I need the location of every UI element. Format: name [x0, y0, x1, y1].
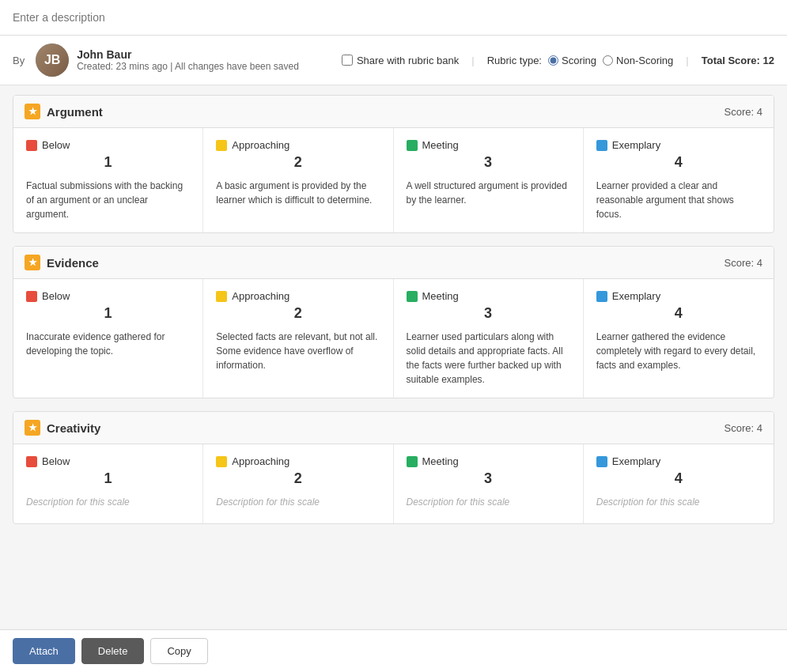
section-header-evidence: ★EvidenceScore: 4 — [13, 247, 774, 279]
main-content: ★ArgumentScore: 4Below1Factual submissio… — [0, 85, 787, 534]
rubric-section-creativity: ★CreativityScore: 4Below1Description for… — [13, 411, 774, 524]
scale-label-evidence-2: Meeting — [407, 290, 570, 302]
section-title-evidence: ★Evidence — [25, 255, 99, 270]
scale-description-evidence-2: Learner used particulars along with soli… — [407, 330, 570, 387]
scale-label-text-evidence-3: Exemplary — [612, 290, 660, 302]
scale-label-text-argument-3: Exemplary — [612, 139, 660, 151]
scale-description-evidence-1: Selected facts are relevant, but not all… — [216, 330, 380, 372]
scale-cell-evidence-2: Meeting3Learner used particulars along w… — [394, 279, 584, 398]
color-dot-argument-0 — [26, 140, 37, 151]
color-dot-creativity-3 — [596, 456, 607, 467]
scale-description-argument-1: A basic argument is provided by the lear… — [216, 179, 380, 207]
non-scoring-radio[interactable] — [603, 55, 613, 66]
separator-2: | — [686, 55, 688, 66]
scale-label-argument-3: Exemplary — [596, 139, 761, 151]
scale-label-text-evidence-1: Approaching — [232, 290, 289, 302]
section-title-creativity: ★Creativity — [25, 420, 100, 436]
total-score-value: 12 — [763, 55, 774, 66]
copy-button[interactable]: Copy — [150, 638, 207, 664]
share-checkbox[interactable] — [342, 55, 353, 66]
score-badge-argument: Score: 4 — [725, 106, 762, 118]
rubric-type-label: Rubric type: — [487, 55, 542, 66]
scale-cell-argument-1: Approaching2A basic argument is provided… — [203, 128, 393, 232]
scale-label-creativity-3: Exemplary — [596, 455, 761, 467]
scale-grid-creativity: Below1Description for this scaleApproach… — [13, 444, 774, 523]
description-input[interactable] — [13, 8, 774, 27]
scale-label-text-creativity-3: Exemplary — [612, 455, 660, 467]
author-bar: By JB John Baur Created: 23 mins ago | A… — [0, 36, 787, 85]
scale-cell-argument-0: Below1Factual submissions with the backi… — [13, 128, 203, 232]
rubric-controls: Share with rubric bank | Rubric type: Sc… — [342, 55, 774, 66]
scale-description-evidence-0: Inaccurate evidence gathered for develop… — [26, 330, 190, 358]
scale-cell-creativity-0: Below1Description for this scale — [13, 444, 203, 523]
footer-bar: Attach Delete Copy — [0, 629, 787, 672]
scale-cell-evidence-0: Below1Inaccurate evidence gathered for d… — [13, 279, 203, 398]
scale-number-evidence-3: 4 — [596, 305, 761, 322]
scale-label-creativity-0: Below — [26, 455, 190, 467]
non-scoring-radio-label[interactable]: Non-Scoring — [603, 55, 673, 66]
color-dot-creativity-2 — [407, 456, 418, 467]
scale-description-evidence-3: Learner gathered the evidence completely… — [596, 330, 761, 372]
scale-label-text-argument-1: Approaching — [232, 139, 289, 151]
share-with-rubric-bank[interactable]: Share with rubric bank — [342, 55, 459, 66]
scale-number-creativity-1: 2 — [216, 470, 380, 487]
scale-label-text-argument-2: Meeting — [422, 139, 459, 151]
scale-grid-argument: Below1Factual submissions with the backi… — [13, 128, 774, 232]
scoring-radio-label[interactable]: Scoring — [548, 55, 596, 66]
star-icon: ★ — [25, 104, 40, 119]
scale-label-text-creativity-2: Meeting — [422, 455, 459, 467]
rubric-section-evidence: ★EvidenceScore: 4Below1Inaccurate eviden… — [13, 246, 774, 398]
scale-label-creativity-2: Meeting — [407, 455, 570, 467]
scale-label-evidence-1: Approaching — [216, 290, 380, 302]
scale-label-evidence-3: Exemplary — [596, 290, 761, 302]
color-dot-argument-2 — [407, 140, 418, 151]
scale-number-creativity-0: 1 — [26, 470, 190, 487]
scoring-label: Scoring — [562, 55, 596, 66]
author-info: By JB John Baur Created: 23 mins ago | A… — [13, 43, 299, 77]
scale-description-creativity-0: Description for this scale — [26, 495, 190, 509]
delete-button[interactable]: Delete — [81, 638, 145, 664]
scale-description-creativity-3: Description for this scale — [596, 495, 761, 509]
section-header-creativity: ★CreativityScore: 4 — [13, 412, 774, 444]
attach-button[interactable]: Attach — [13, 638, 75, 664]
scale-number-argument-2: 3 — [407, 154, 570, 171]
scale-label-argument-1: Approaching — [216, 139, 380, 151]
scale-label-text-creativity-0: Below — [42, 455, 70, 467]
color-dot-argument-1 — [216, 140, 227, 151]
created-time: Created: 23 mins ago — [77, 61, 168, 72]
separator-1: | — [471, 55, 474, 66]
rubric-section-argument: ★ArgumentScore: 4Below1Factual submissio… — [13, 95, 774, 233]
color-dot-evidence-2 — [407, 291, 418, 302]
scale-label-argument-0: Below — [26, 139, 190, 151]
color-dot-evidence-3 — [596, 291, 607, 302]
color-dot-evidence-1 — [216, 291, 227, 302]
scale-description-creativity-2: Description for this scale — [407, 495, 570, 509]
scoring-radio[interactable] — [548, 55, 558, 66]
star-icon: ★ — [25, 420, 40, 436]
scale-description-creativity-1: Description for this scale — [216, 495, 380, 509]
color-dot-creativity-1 — [216, 456, 227, 467]
scale-number-argument-1: 2 — [216, 154, 380, 171]
author-name: John Baur — [77, 48, 299, 61]
section-header-argument: ★ArgumentScore: 4 — [13, 96, 774, 128]
scale-grid-evidence: Below1Inaccurate evidence gathered for d… — [13, 279, 774, 398]
color-dot-argument-3 — [596, 140, 607, 151]
scale-description-argument-3: Learner provided a clear and reasonable … — [596, 179, 761, 221]
scale-label-evidence-0: Below — [26, 290, 190, 302]
saved-status: All changes have been saved — [175, 61, 299, 72]
scale-number-creativity-2: 3 — [407, 470, 570, 487]
author-meta: Created: 23 mins ago | All changes have … — [77, 61, 299, 72]
avatar-image: JB — [36, 43, 69, 77]
non-scoring-label: Non-Scoring — [616, 55, 673, 66]
score-badge-creativity: Score: 4 — [725, 422, 762, 434]
description-bar — [0, 0, 787, 36]
scale-number-argument-0: 1 — [26, 154, 190, 171]
scale-description-argument-2: A well structured argument is provided b… — [407, 179, 570, 207]
scale-number-evidence-1: 2 — [216, 305, 380, 322]
scale-number-argument-3: 4 — [596, 154, 761, 171]
avatar: JB — [36, 43, 69, 77]
section-title-text-creativity: Creativity — [47, 421, 100, 435]
scale-cell-evidence-3: Exemplary4Learner gathered the evidence … — [584, 279, 774, 398]
scale-label-creativity-1: Approaching — [216, 455, 380, 467]
scale-number-evidence-0: 1 — [26, 305, 190, 322]
